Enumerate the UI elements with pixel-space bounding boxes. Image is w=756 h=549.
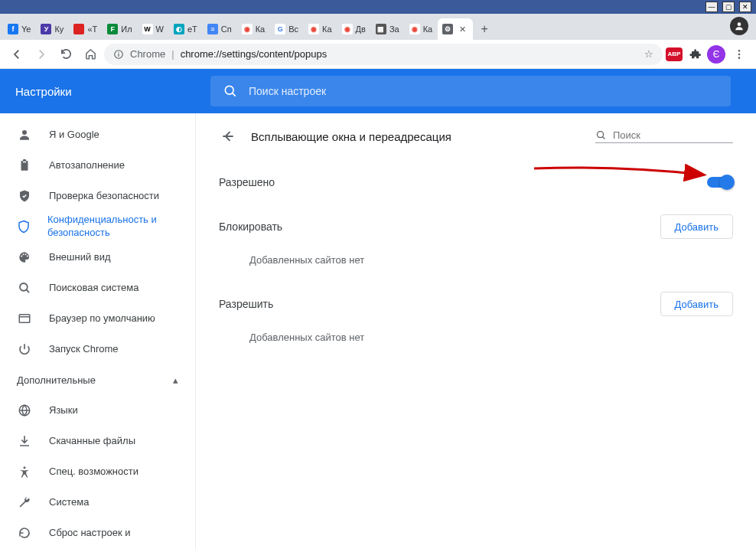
- browser-tab[interactable]: ▦За: [371, 18, 404, 40]
- sidebar-item-globe[interactable]: Языки: [0, 395, 195, 426]
- browser-tab[interactable]: fYe: [3, 18, 35, 40]
- browser-tab[interactable]: ◉Ка: [304, 18, 337, 40]
- person-icon: [17, 128, 32, 142]
- favicon: ◉: [409, 24, 420, 34]
- bookmark-star-icon[interactable]: ☆: [644, 48, 653, 60]
- svg-point-16: [24, 466, 26, 469]
- tab-close-icon[interactable]: ✕: [459, 25, 468, 34]
- favicon: ◉: [342, 24, 353, 34]
- sidebar-item-label: Автозаполнение: [49, 159, 125, 172]
- settings-title: Настройки: [15, 85, 195, 98]
- svg-point-11: [25, 253, 27, 255]
- favicon: f: [8, 24, 18, 34]
- user-avatar-icon[interactable]: Є: [707, 45, 725, 64]
- sidebar-item-clipboard[interactable]: Автозаполнение: [0, 150, 195, 181]
- browser-tab[interactable]: УКу: [36, 18, 68, 40]
- sidebar-item-label: Сброс настроек и: [49, 527, 131, 540]
- sidebar-item-wrench[interactable]: Система: [0, 487, 195, 518]
- sidebar-item-accessibility[interactable]: Спец. возможности: [0, 456, 195, 487]
- svg-rect-14: [19, 315, 30, 323]
- window-maximize-button[interactable]: ▢: [722, 2, 735, 12]
- menu-icon[interactable]: [728, 44, 750, 65]
- tab-label: W: [156, 25, 164, 34]
- sidebar-item-window[interactable]: Браузер по умолчанию: [0, 303, 195, 334]
- allow-add-button[interactable]: Добавить: [660, 292, 733, 316]
- chevron-up-icon: ▴: [173, 374, 178, 386]
- window-close-button[interactable]: ✕: [739, 2, 751, 12]
- sidebar-item-label: Языки: [49, 404, 78, 417]
- window-minimize-button[interactable]: —: [705, 2, 718, 12]
- search-icon: [595, 129, 607, 141]
- url-brand: Chrome: [130, 48, 165, 60]
- page-back-button[interactable]: [219, 127, 237, 145]
- sidebar-item-label: Внешний вид: [49, 251, 111, 264]
- block-add-button[interactable]: Добавить: [660, 214, 733, 239]
- window-controls: — ▢ ✕: [0, 0, 756, 14]
- favicon: ▦: [376, 24, 386, 34]
- page-search-input[interactable]: [613, 129, 741, 141]
- profile-avatar[interactable]: [730, 17, 748, 35]
- sidebar-item-palette[interactable]: Внешний вид: [0, 242, 195, 273]
- tab-label: Ку: [54, 25, 64, 34]
- browser-tab[interactable]: ◉Ка: [237, 18, 270, 40]
- sidebar-item-label: Спец. возможности: [49, 466, 138, 479]
- browser-tab[interactable]: WW: [138, 18, 168, 40]
- browser-tab[interactable]: «Т: [69, 18, 102, 40]
- site-info-icon[interactable]: [113, 49, 124, 60]
- browser-tab[interactable]: ⚙✕: [438, 18, 473, 40]
- sidebar-item-power[interactable]: Запуск Chrome: [0, 334, 195, 364]
- reload-button[interactable]: [55, 44, 77, 65]
- extensions-icon[interactable]: [686, 45, 704, 64]
- favicon: ◐: [174, 24, 184, 34]
- browser-tab[interactable]: ◐eT: [169, 18, 202, 40]
- sidebar-item-search[interactable]: Поисковая система: [0, 273, 195, 303]
- browser-tab[interactable]: ◉Дв: [337, 18, 370, 40]
- favicon: G: [275, 24, 285, 34]
- settings-search-input[interactable]: [249, 85, 719, 97]
- sidebar-item-label: Конфиденциальность и безопасность: [47, 214, 178, 240]
- sidebar-item-person[interactable]: Я и Google: [0, 119, 195, 150]
- block-section: Блокировать Добавить Добавленных сайтов …: [219, 196, 733, 273]
- sidebar-item-shield-check[interactable]: Проверка безопасности: [0, 181, 195, 211]
- browser-tab[interactable]: ≡Сп: [203, 18, 236, 40]
- allow-empty-message: Добавленных сайтов нет: [219, 316, 733, 346]
- svg-point-13: [20, 283, 28, 291]
- forward-button[interactable]: [31, 44, 52, 65]
- allowed-toggle[interactable]: [707, 177, 733, 188]
- settings-search[interactable]: [210, 76, 731, 106]
- svg-point-8: [22, 130, 27, 135]
- settings-header: Настройки: [0, 69, 756, 113]
- sidebar-item-reset[interactable]: Сброс настроек и: [0, 518, 195, 548]
- sidebar-item-shield[interactable]: Конфиденциальность и безопасность: [0, 211, 195, 242]
- window-icon: [17, 312, 32, 325]
- address-bar[interactable]: Chrome | chrome://settings/content/popup…: [104, 44, 663, 65]
- reset-icon: [17, 526, 32, 540]
- browser-tab[interactable]: ◉Ка: [405, 18, 438, 40]
- new-tab-button[interactable]: +: [474, 18, 495, 40]
- browser-tab[interactable]: GВс: [270, 18, 303, 40]
- tab-strip: fYeУКу«ТFИлWW◐eT≡Сп◉КаGВс◉Ка◉Дв▦За◉Ка⚙✕+: [0, 14, 756, 40]
- page-search[interactable]: [595, 129, 733, 143]
- favicon: ◉: [308, 24, 319, 34]
- favicon: У: [41, 24, 51, 34]
- power-icon: [17, 342, 32, 356]
- favicon: W: [142, 24, 153, 34]
- home-button[interactable]: [80, 44, 101, 65]
- sidebar-advanced-toggle[interactable]: Дополнительные▴: [0, 364, 195, 395]
- back-button[interactable]: [6, 44, 28, 65]
- tab-label: Ка: [322, 25, 332, 34]
- page-title: Всплывающие окна и переадресация: [251, 130, 451, 143]
- toolbar: Chrome | chrome://settings/content/popup…: [0, 40, 756, 69]
- browser-tab[interactable]: FИл: [103, 18, 136, 40]
- tab-label: Ка: [423, 25, 433, 34]
- favicon: ≡: [207, 24, 218, 34]
- search-icon: [17, 281, 32, 295]
- svg-point-9: [21, 256, 22, 257]
- sidebar: Я и GoogleАвтозаполнениеПроверка безопас…: [0, 113, 196, 549]
- palette-icon: [17, 250, 32, 264]
- tab-label: Ye: [21, 25, 31, 34]
- globe-icon: [17, 404, 32, 417]
- extension-abp-icon[interactable]: ABP: [666, 47, 683, 61]
- sidebar-item-download[interactable]: Скачанные файлы: [0, 426, 195, 456]
- tab-label: Вс: [288, 25, 298, 34]
